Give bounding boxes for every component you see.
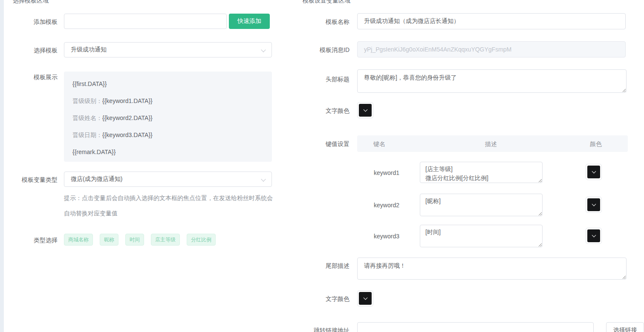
tag-owner-level[interactable]: 店主等级 — [151, 234, 180, 246]
variable-type-label: 模板变量类型 — [0, 176, 58, 184]
kv-row-desc-textarea[interactable]: [昵称] — [420, 194, 543, 216]
chevron-down-icon — [592, 202, 596, 206]
kv-settings-label: 键值设置 — [298, 140, 349, 148]
select-template-dropdown[interactable]: 升级成功通知 — [64, 42, 272, 57]
color-swatch — [587, 198, 600, 211]
template-settings-page: 选择模板区域 添加模板 快速添加 选择模板 升级成功通知 模板展示 {{firs… — [0, 0, 644, 332]
chevron-down-icon — [592, 233, 596, 238]
chevron-down-icon — [363, 108, 367, 112]
add-template-input[interactable] — [64, 14, 227, 29]
chevron-down-icon — [592, 169, 596, 174]
kv-row-key-name: keyword3 — [374, 233, 399, 240]
kv-column-key: 键名 — [373, 140, 385, 148]
select-template-label: 选择模板 — [0, 47, 58, 54]
text-color-top-label: 文字颜色 — [298, 107, 349, 115]
kv-row-desc-textarea[interactable]: [店主等级] 微店分红比例[分红比例] — [420, 162, 543, 183]
header-title-textarea[interactable]: 尊敬的[昵称]，恭喜您的身份升级了 — [357, 69, 627, 93]
tag-dividend-ratio[interactable]: 分红比例 — [187, 234, 216, 246]
kv-row-color-picker[interactable] — [586, 164, 602, 180]
color-swatch — [587, 166, 600, 178]
tag-time[interactable]: 时间 — [125, 234, 144, 246]
left-section-title: 选择模板区域 — [13, 0, 49, 5]
template-msgid-label: 模板消息ID — [298, 46, 349, 54]
add-template-label: 添加模板 — [0, 18, 58, 26]
jump-link-label: 跳转链接地址 — [298, 327, 349, 332]
jump-link-input[interactable] — [357, 322, 594, 332]
variable-type-dropdown[interactable]: 微店(成为微店通知) — [64, 172, 272, 187]
kv-column-desc: 描述 — [485, 140, 497, 148]
kv-row-color-picker[interactable] — [586, 197, 602, 213]
template-display-label: 模板展示 — [0, 74, 58, 81]
text-color-bottom-label: 文字颜色 — [298, 295, 349, 303]
variable-hint-text: 提示：点击变量后会自动插入选择的文本框的焦点位置，在发送给粉丝时系统会自动替换对… — [64, 190, 277, 221]
tag-nickname[interactable]: 昵称 — [100, 234, 118, 246]
color-swatch — [359, 292, 372, 305]
variable-type-value: 微店(成为微店通知) — [71, 175, 122, 183]
header-title-label: 头部标题 — [298, 76, 349, 83]
right-section-title: 模板设置变量区域 — [303, 0, 350, 5]
color-swatch — [587, 229, 600, 242]
template-name-label: 模板名称 — [298, 18, 349, 26]
select-link-button[interactable]: 选择链接 — [606, 322, 644, 332]
template-line: 晋级级别：{{keyword1.DATA}} — [72, 92, 263, 109]
chevron-down-icon — [261, 47, 266, 52]
quick-add-button[interactable]: 快速添加 — [229, 14, 270, 29]
text-color-bottom-picker[interactable] — [357, 290, 373, 306]
tag-mall-name[interactable]: 商城名称 — [64, 234, 93, 246]
template-line: 晋级日期：{{keyword3.DATA}} — [72, 126, 263, 143]
template-msgid-input — [357, 41, 626, 57]
template-display-box: {{first.DATA}} 晋级级别：{{keyword1.DATA}} 晋级… — [64, 72, 272, 162]
kv-row-desc-textarea[interactable]: [时间] — [420, 225, 543, 247]
type-select-label: 类型选择 — [0, 237, 58, 244]
template-line: {{first.DATA}} — [72, 75, 263, 92]
type-tag-list: 商城名称 昵称 时间 店主等级 分红比例 — [64, 234, 216, 246]
kv-row-color-picker[interactable] — [586, 228, 602, 244]
color-swatch — [359, 104, 372, 117]
template-name-input[interactable] — [357, 13, 626, 29]
template-line: 晋级姓名：{{keyword2.DATA}} — [72, 109, 263, 126]
kv-column-color: 颜色 — [590, 140, 602, 148]
text-color-top-picker[interactable] — [357, 102, 373, 118]
chevron-down-icon — [363, 296, 367, 300]
template-line: {{remark.DATA}} — [72, 143, 263, 160]
kv-row-key-name: keyword2 — [374, 202, 399, 209]
kv-row-key-name: keyword1 — [374, 169, 399, 176]
chevron-down-icon — [261, 177, 266, 181]
select-template-value: 升级成功通知 — [71, 46, 107, 54]
footer-desc-label: 尾部描述 — [298, 262, 349, 270]
footer-desc-textarea[interactable]: 请再接再厉哦！ — [357, 258, 627, 280]
